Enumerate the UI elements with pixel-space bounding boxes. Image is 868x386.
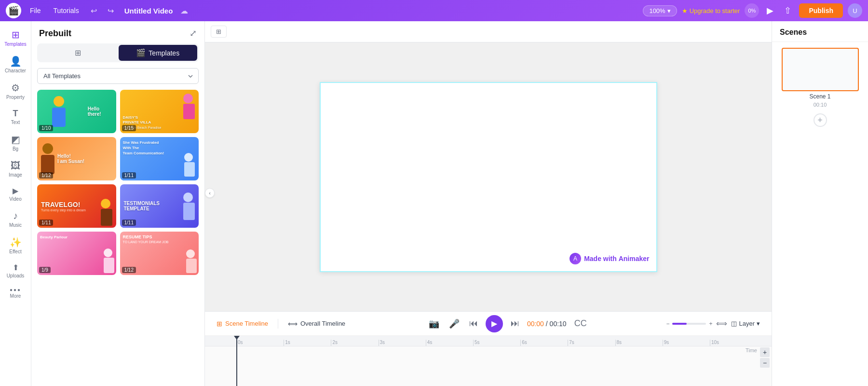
template-card-4[interactable]: She Was FrustratedWith TheTeam Communica… [120,137,199,180]
sidebar-item-image[interactable]: 🖼 Image [1,156,29,181]
sidebar-item-templates[interactable]: ⊞ Templates [1,25,29,51]
undo-button[interactable]: ↩ [88,4,100,17]
sidebar-item-bg[interactable]: ◩ Bg [1,130,29,155]
sidebar-item-music[interactable]: ♪ Music [1,207,29,232]
text-icon: T [13,109,18,119]
tutorials-menu[interactable]: Tutorials [50,5,83,16]
watermark-text: Made with Animaker [584,255,649,262]
time-label: Time [746,347,757,353]
zoom-slider-track[interactable] [672,323,706,325]
sidebar-item-character[interactable]: 👤 Character [1,52,29,77]
zoom-control[interactable]: 100% ▾ [643,5,677,16]
sidebar-item-effect[interactable]: ✨ Effect [1,233,29,258]
add-scene-button[interactable]: + [814,113,827,127]
cc-button[interactable]: CC [572,317,589,331]
scene-thumb-1[interactable] [782,48,859,91]
video-title: Untitled Video [124,7,173,15]
sidebar-item-more[interactable]: ●●● More [1,283,29,303]
timeline-expand-button[interactable]: ⟺ [716,319,727,328]
templates-grid: Hellothere! 1/10 DAISY'SPRIVATE VILLAA H… [31,90,204,386]
timeline-controls: ⊞ Scene Timeline ⟺ Overall Timeline 📷 🎤 … [205,312,772,336]
redo-button[interactable]: ↪ [105,4,117,17]
template-card-1[interactable]: Hellothere! 1/10 [37,90,116,133]
time-subtract-button[interactable]: − [760,358,770,368]
effect-icon: ✨ [10,236,22,248]
template-card-7[interactable]: Beauty Parlour 1/9 [37,232,116,275]
timeline-container: ⊞ Scene Timeline ⟺ Overall Timeline 📷 🎤 … [205,311,772,386]
timeline-divider [278,319,278,329]
scene-label-1: Scene 1 [809,93,830,100]
sidebar-item-text[interactable]: T Text [1,105,29,129]
template-badge-6: 1/11 [122,220,136,226]
tab-templates[interactable]: 🎬 Templates [119,45,198,61]
templates-tab-icon: 🎬 [136,48,146,57]
ruler-mark-5s: 5s [473,340,520,346]
sidebar-item-property[interactable]: ⚙ Property [1,78,29,104]
ruler-controls: + − [760,347,770,368]
prev-button[interactable]: ⏮ [467,317,480,331]
template-card-6[interactable]: TESTIMONIALSTEMPLATE 1/11 [120,184,199,228]
mic-button[interactable]: 🎤 [447,317,461,331]
sidebar-item-bg-label: Bg [13,146,18,152]
preview-play-button[interactable]: ▶ [764,3,776,18]
image-icon: 🖼 [11,160,20,171]
main-layout: ⊞ Templates 👤 Character ⚙ Property T Tex… [0,21,868,386]
template-badge-7: 1/9 [39,267,51,273]
sidebar-item-uploads[interactable]: ⬆ Uploads [1,259,29,282]
camera-button[interactable]: 📷 [427,317,441,331]
scenes-panel: Scenes Scene 1 00:10 + [772,21,868,386]
timeline-right: − + ⟺ ◫ Layer ▾ [666,319,764,328]
template-card-2[interactable]: DAISY'SPRIVATE VILLAA Hidden Beach Parad… [120,90,199,133]
ruler-mark-9s: 9s [663,340,710,346]
template-badge-4: 1/11 [122,172,136,179]
expand-button[interactable]: ⤢ [190,28,197,39]
layer-icon: ◫ [731,320,737,327]
canvas-toolbar-btn-1[interactable]: ⊞ [211,26,227,38]
canvas-frame: A Made with Animaker [320,82,657,272]
canvas-toolbar: ⊞ [205,21,772,42]
ruler-mark-7s: 7s [568,340,615,346]
panel-tabs: ⊞ 🎬 Templates [37,43,199,62]
icon-sidebar: ⊞ Templates 👤 Character ⚙ Property T Tex… [0,21,31,386]
panel-header-icons: ⤢ [190,28,197,39]
scene-timeline-tab[interactable]: ⊞ Scene Timeline [213,318,272,330]
time-add-button[interactable]: + [760,347,770,357]
filter-select[interactable]: All Templates Business Education Marketi… [37,68,199,84]
user-avatar[interactable]: U [848,3,862,18]
upgrade-button[interactable]: ★ Upgrade to starter [682,7,740,14]
template-card-5[interactable]: TRAVELGO! Turns every step into a dream … [37,184,116,228]
music-icon: ♪ [13,210,18,221]
ruler-mark-2s: 2s [331,340,378,346]
template-badge-8: 1/12 [122,267,136,273]
sidebar-item-video[interactable]: ▶ Video [1,182,29,206]
scene-timeline-icon: ⊞ [217,320,222,328]
next-button[interactable]: ⏭ [509,317,521,331]
panel-collapse-button[interactable]: ‹ [205,188,215,198]
scene-time-1: 00:10 [814,102,827,108]
templates-tab-label: Templates [149,49,179,57]
layer-button[interactable]: ◫ Layer ▾ [731,320,760,327]
tab-scenes[interactable]: ⊞ [39,45,118,61]
sidebar-item-more-label: More [10,293,21,299]
file-menu[interactable]: File [26,5,45,16]
scenes-header: Scenes [772,21,868,42]
overall-timeline-tab[interactable]: ⟺ Overall Timeline [284,318,349,330]
percent-badge[interactable]: 0% [745,3,759,18]
panel-sidebar: Prebuilt ⤢ ⊞ 🎬 Templates All Templates B… [31,21,205,386]
canvas-container: A Made with Animaker [205,42,772,311]
template-card-3[interactable]: Hello!I am Susan! 1/12 [37,137,116,180]
playhead[interactable] [236,336,237,386]
template-card-8[interactable]: RESUME TIPSTO LAND YOUR DREAM JOB 1/12 [120,232,199,275]
share-button[interactable]: ⇧ [781,3,794,18]
sidebar-item-effect-label: Effect [9,249,21,254]
scenes-list: Scene 1 00:10 + [772,42,868,386]
sidebar-item-character-label: Character [5,68,26,73]
scene-item-1: Scene 1 00:10 [778,48,862,108]
play-button[interactable]: ▶ [486,315,503,332]
ruler-mark-3s: 3s [379,340,426,346]
publish-button[interactable]: Publish [799,3,843,18]
star-icon: ★ [682,7,688,14]
uploads-icon: ⬆ [13,263,19,272]
overall-timeline-icon: ⟺ [288,320,298,328]
save-icon[interactable]: ☁ [180,6,188,15]
